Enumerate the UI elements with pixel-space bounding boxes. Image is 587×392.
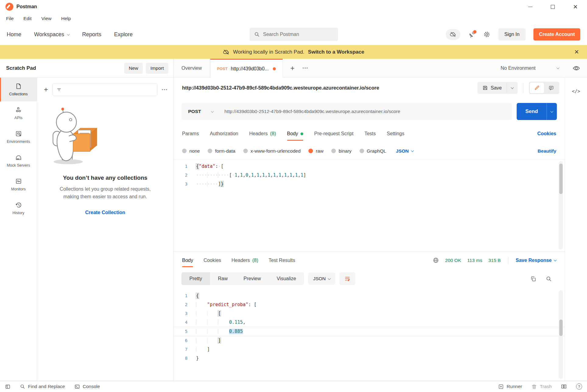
request-body-editor[interactable]: 1{"data":·[2············[·1,1,0,1,1,1,1,… bbox=[174, 159, 565, 251]
tab-settings[interactable]: Settings bbox=[387, 125, 404, 143]
create-collection-link[interactable]: Create Collection bbox=[85, 210, 125, 215]
scrollbar-thumb[interactable] bbox=[559, 164, 563, 194]
sidebar-item-mock-servers[interactable]: Mock Servers bbox=[0, 149, 37, 173]
mode-raw[interactable]: raw bbox=[308, 148, 323, 154]
response-tab-test-results[interactable]: Test Results bbox=[269, 252, 295, 269]
tab-pre-request-script[interactable]: Pre-request Script bbox=[314, 125, 353, 143]
sidebar-item-apis[interactable]: APIs bbox=[0, 101, 37, 125]
code-line[interactable]: 2 "predict_proba": [ bbox=[174, 300, 565, 309]
view-pretty[interactable]: Pretty bbox=[181, 272, 210, 285]
switch-workspace-link[interactable]: Switch to a Workspace bbox=[308, 49, 364, 55]
nav-home[interactable]: Home bbox=[7, 31, 21, 38]
mode-binary[interactable]: binary bbox=[331, 148, 351, 154]
tab-authorization[interactable]: Authorization bbox=[210, 125, 238, 143]
menu-edit[interactable]: Edit bbox=[23, 16, 32, 21]
code-line[interactable]: 8} bbox=[174, 354, 565, 363]
new-button[interactable]: New bbox=[124, 63, 143, 74]
tab-headers[interactable]: Headers (8) bbox=[249, 125, 276, 143]
code-line[interactable]: 3 [ bbox=[174, 309, 565, 318]
mode-x-www-form-urlencoded[interactable]: x-www-form-urlencoded bbox=[243, 148, 301, 154]
url-input[interactable]: http://439d03b0-2512-47b9-89cf-589c4bda9… bbox=[220, 109, 400, 114]
settings-button[interactable] bbox=[483, 31, 490, 38]
sidebar-item-history[interactable]: History bbox=[0, 196, 37, 220]
maximize-icon[interactable] bbox=[551, 5, 555, 9]
tab-params[interactable]: Params bbox=[182, 125, 199, 143]
offline-cloud-button[interactable] bbox=[446, 29, 460, 40]
code-line[interactable]: 4 0.115, bbox=[174, 318, 565, 327]
menu-file[interactable]: File bbox=[6, 16, 14, 21]
more-options-icon[interactable]: ••• bbox=[162, 87, 168, 92]
sidebar-item-monitors[interactable]: Monitors bbox=[0, 173, 37, 196]
code-line[interactable]: 6 ] bbox=[174, 336, 565, 345]
sidebar-item-collections[interactable]: Collections bbox=[0, 78, 37, 101]
sign-in-button[interactable]: Sign In bbox=[498, 28, 526, 41]
runner-button[interactable]: Runner bbox=[498, 384, 522, 390]
beautify-link[interactable]: Beautify bbox=[538, 148, 556, 154]
view-raw[interactable]: Raw bbox=[210, 272, 236, 285]
response-language-selector[interactable]: JSON bbox=[308, 273, 335, 285]
menu-help[interactable]: Help bbox=[61, 16, 71, 21]
response-tab-cookies[interactable]: Cookies bbox=[203, 252, 221, 269]
search-response-icon[interactable] bbox=[546, 276, 552, 282]
tab-more-options-icon[interactable]: ••• bbox=[302, 66, 308, 70]
nav-reports[interactable]: Reports bbox=[82, 31, 101, 38]
create-account-button[interactable]: Create Account bbox=[533, 28, 580, 41]
cookies-link[interactable]: Cookies bbox=[537, 131, 556, 136]
body-language-selector[interactable]: JSON bbox=[396, 148, 413, 154]
response-editor-scrollbar[interactable] bbox=[559, 290, 563, 379]
tab-body[interactable]: Body bbox=[287, 125, 303, 143]
code-line[interactable]: 1{"data":·[ bbox=[174, 162, 565, 171]
trash-button[interactable]: Trash bbox=[531, 384, 552, 390]
environment-selector[interactable]: No Environment bbox=[501, 65, 559, 71]
tab-overview[interactable]: Overview bbox=[174, 59, 210, 77]
scrollbar-thumb[interactable] bbox=[559, 320, 563, 336]
code-line[interactable]: 2············[·1,1,0,1,1,1,1,1,1,1,1,1,1… bbox=[174, 171, 565, 180]
save-button[interactable]: Save bbox=[477, 82, 518, 94]
tab-tests[interactable]: Tests bbox=[364, 125, 376, 143]
import-button[interactable]: Import bbox=[146, 63, 168, 74]
code-line[interactable]: 1{ bbox=[174, 291, 565, 300]
code-line[interactable]: 3········]} bbox=[174, 180, 565, 189]
edit-mode-button[interactable] bbox=[530, 83, 544, 93]
mode-none[interactable]: none bbox=[182, 148, 200, 154]
wrap-lines-button[interactable] bbox=[339, 272, 355, 285]
response-tab-headers[interactable]: Headers (8) bbox=[231, 252, 258, 269]
minimize-icon[interactable] bbox=[528, 7, 533, 7]
view-visualize[interactable]: Visualize bbox=[269, 272, 304, 285]
request-editor-scrollbar[interactable] bbox=[559, 161, 563, 249]
tab-request[interactable]: POST http://439d03b0... bbox=[210, 59, 283, 78]
mode-graphql[interactable]: GraphQL bbox=[360, 148, 386, 154]
method-selector[interactable]: POST bbox=[181, 109, 220, 114]
console-button[interactable]: Console bbox=[74, 384, 100, 390]
find-and-replace-button[interactable]: Find and Replace bbox=[20, 384, 65, 389]
toggle-sidebar-button[interactable] bbox=[5, 384, 11, 390]
capture-requests-button[interactable] bbox=[468, 31, 475, 38]
nav-explore[interactable]: Explore bbox=[114, 31, 133, 38]
response-tab-body[interactable]: Body bbox=[182, 252, 193, 269]
copy-icon[interactable] bbox=[530, 276, 536, 282]
sidebar-item-environments[interactable]: Environments bbox=[0, 125, 37, 149]
help-icon[interactable]: ? bbox=[576, 383, 582, 390]
send-options-chevron[interactable] bbox=[547, 103, 557, 120]
two-pane-view-icon[interactable] bbox=[561, 383, 567, 390]
response-body-editor[interactable]: 1{2 "predict_proba": [3 [4 0.115,5 0.885… bbox=[174, 288, 565, 381]
menu-view[interactable]: View bbox=[41, 16, 51, 21]
send-button[interactable]: Send bbox=[517, 103, 557, 120]
search-input[interactable]: Search Postman bbox=[250, 28, 338, 41]
new-tab-icon[interactable]: + bbox=[290, 64, 294, 72]
filter-input[interactable] bbox=[52, 83, 157, 96]
code-snippet-icon[interactable]: </> bbox=[572, 89, 580, 381]
mode-form-data[interactable]: form-data bbox=[208, 148, 235, 154]
code-line[interactable]: 5 0.885 bbox=[174, 327, 565, 336]
globe-icon[interactable] bbox=[433, 257, 439, 263]
comments-button[interactable] bbox=[544, 83, 558, 93]
banner-close-icon[interactable]: ✕ bbox=[574, 48, 579, 55]
add-collection-icon[interactable]: + bbox=[44, 85, 48, 94]
save-options-chevron[interactable] bbox=[507, 83, 518, 93]
code-line[interactable]: 7 ] bbox=[174, 345, 565, 354]
view-preview[interactable]: Preview bbox=[236, 272, 269, 285]
nav-workspaces[interactable]: Workspaces bbox=[34, 31, 69, 38]
save-response-button[interactable]: Save Response bbox=[516, 258, 556, 263]
close-icon[interactable]: ✕ bbox=[573, 4, 578, 10]
environment-quick-look-icon[interactable] bbox=[572, 64, 580, 72]
